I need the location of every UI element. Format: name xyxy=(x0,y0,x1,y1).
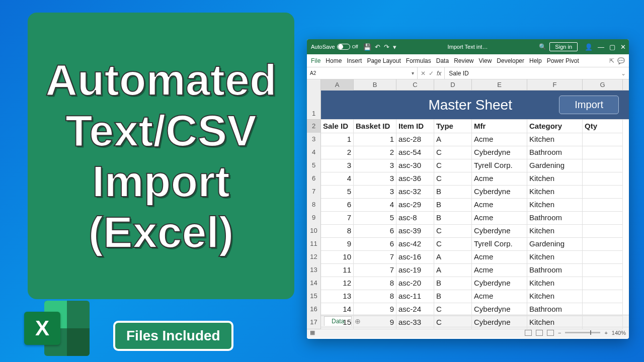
row-header[interactable]: 16 xyxy=(307,303,321,316)
tab-data[interactable]: Data xyxy=(436,57,449,64)
cell[interactable]: 5 xyxy=(354,211,396,225)
column-label[interactable]: Item ID xyxy=(396,120,434,133)
cell[interactable]: asc-24 xyxy=(396,303,434,316)
cell[interactable]: Cyberdyne xyxy=(472,316,527,329)
cell[interactable] xyxy=(583,303,623,316)
view-pagelayout-icon[interactable] xyxy=(536,330,543,336)
cell[interactable]: 10 xyxy=(321,250,354,264)
cell[interactable]: 9 xyxy=(354,303,396,316)
cell[interactable]: Kitchen xyxy=(527,277,583,290)
share-icon[interactable]: ⇱ xyxy=(609,57,614,64)
row-header[interactable]: 10 xyxy=(307,224,321,238)
cell[interactable]: 14 xyxy=(321,303,354,316)
tab-formulas[interactable]: Formulas xyxy=(406,57,431,64)
cell[interactable] xyxy=(583,263,623,277)
cell[interactable]: asc-19 xyxy=(396,263,434,277)
cell[interactable] xyxy=(583,159,623,172)
cell[interactable]: 3 xyxy=(321,159,354,172)
cell[interactable]: 7 xyxy=(354,250,396,264)
cell[interactable]: C xyxy=(434,316,472,329)
col-header[interactable]: A xyxy=(321,79,354,90)
undo-icon[interactable]: ↶ xyxy=(375,43,380,51)
cell[interactable]: 7 xyxy=(321,211,354,225)
cell[interactable]: 12 xyxy=(321,277,354,290)
formula-enter-icon[interactable]: ✓ xyxy=(429,70,434,77)
cell[interactable] xyxy=(583,198,623,212)
cell[interactable]: 1 xyxy=(354,133,396,146)
cell[interactable]: Acme xyxy=(472,172,527,186)
cell[interactable]: Cyberdyne xyxy=(472,277,527,290)
import-button[interactable]: Import xyxy=(559,96,619,114)
cell[interactable] xyxy=(583,133,623,146)
cell[interactable] xyxy=(583,224,623,238)
name-box[interactable]: A2 ▾ xyxy=(307,67,418,79)
row-header[interactable]: 8 xyxy=(307,198,321,212)
cell[interactable]: C xyxy=(434,303,472,316)
zoom-level[interactable]: 140% xyxy=(612,330,626,336)
cell[interactable]: C xyxy=(434,146,472,159)
tab-file[interactable]: File xyxy=(311,57,320,64)
cell[interactable]: Cyberdyne xyxy=(472,303,527,316)
cell[interactable]: 9 xyxy=(321,237,354,251)
cell[interactable]: A xyxy=(434,263,472,277)
col-header[interactable]: C xyxy=(396,79,434,90)
cell[interactable] xyxy=(583,237,623,251)
formula-expand-icon[interactable]: ⌄ xyxy=(618,70,629,77)
cell[interactable]: 11 xyxy=(321,263,354,277)
cell[interactable] xyxy=(583,250,623,264)
cell[interactable]: 6 xyxy=(354,224,396,238)
cell[interactable]: Kitchen xyxy=(527,290,583,303)
cell[interactable]: Kitchen xyxy=(527,133,583,146)
cell[interactable]: Cyberdyne xyxy=(472,224,527,238)
tab-home[interactable]: Home xyxy=(326,57,342,64)
tab-insert[interactable]: Insert xyxy=(347,57,362,64)
row-header[interactable]: 5 xyxy=(307,159,321,172)
cell[interactable]: asc-33 xyxy=(396,316,434,329)
col-header[interactable]: E xyxy=(472,79,527,90)
row-header[interactable]: 17 xyxy=(307,316,321,329)
cell[interactable] xyxy=(583,211,623,225)
cell[interactable]: 8 xyxy=(354,290,396,303)
cell[interactable]: 2 xyxy=(321,146,354,159)
cell[interactable]: Bathroom xyxy=(527,263,583,277)
cell[interactable]: C xyxy=(434,224,472,238)
zoom-in-icon[interactable]: + xyxy=(604,330,607,336)
row-header[interactable]: 9 xyxy=(307,211,321,225)
cell[interactable]: 3 xyxy=(354,159,396,172)
cell[interactable]: Kitchen xyxy=(527,185,583,199)
qat-more-icon[interactable]: ▾ xyxy=(393,43,396,51)
cell[interactable]: Bathroom xyxy=(527,303,583,316)
cell[interactable]: asc-32 xyxy=(396,185,434,199)
row-header[interactable]: 1 xyxy=(307,90,321,120)
cell[interactable]: asc-20 xyxy=(396,277,434,290)
cell[interactable]: Tyrell Corp. xyxy=(472,159,527,172)
cell[interactable]: 4 xyxy=(321,172,354,186)
cell[interactable]: asc-11 xyxy=(396,290,434,303)
spreadsheet-grid[interactable]: A B C D E F G 1 Master Sheet Import 2Sal… xyxy=(307,79,629,315)
col-header[interactable]: B xyxy=(354,79,396,90)
row-header[interactable]: 15 xyxy=(307,290,321,303)
cell[interactable] xyxy=(583,185,623,199)
cell[interactable]: 8 xyxy=(354,277,396,290)
view-pagebreak-icon[interactable] xyxy=(547,330,554,336)
cell[interactable]: asc-16 xyxy=(396,250,434,264)
minimize-icon[interactable]: — xyxy=(598,43,604,51)
toggle-icon[interactable] xyxy=(337,44,350,50)
zoom-out-icon[interactable]: − xyxy=(558,330,561,336)
cell[interactable]: 13 xyxy=(321,290,354,303)
cell[interactable]: 8 xyxy=(321,224,354,238)
cell[interactable]: 4 xyxy=(354,198,396,212)
row-header[interactable]: 4 xyxy=(307,146,321,159)
cell[interactable]: 1 xyxy=(321,133,354,146)
comments-icon[interactable]: 💬 xyxy=(617,57,625,64)
cell[interactable]: 5 xyxy=(321,185,354,199)
row-header[interactable]: 3 xyxy=(307,133,321,146)
cell[interactable]: A xyxy=(434,133,472,146)
cell[interactable]: B xyxy=(434,211,472,225)
cell[interactable]: asc-8 xyxy=(396,211,434,225)
cell[interactable]: Acme xyxy=(472,290,527,303)
cell[interactable]: Kitchen xyxy=(527,316,583,329)
cell[interactable]: asc-39 xyxy=(396,224,434,238)
tab-review[interactable]: Review xyxy=(454,57,473,64)
cell[interactable]: Kitchen xyxy=(527,172,583,186)
